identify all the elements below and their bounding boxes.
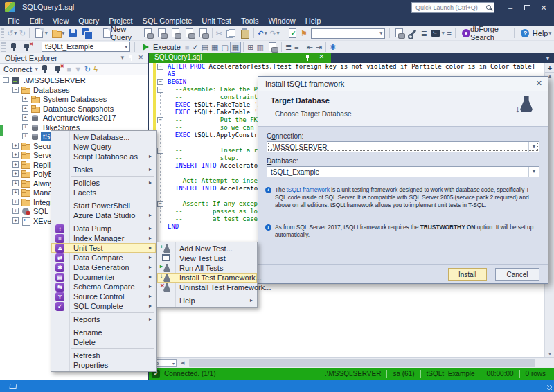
context-menu-item-sql-complete[interactable]: ✓SQL Complete▸ [51,301,156,311]
results-to-text-icon[interactable]: ▢ [220,42,229,53]
results-to-grid-icon[interactable]: ▦ [230,42,241,53]
context-menu-item-azure-data-studio[interactable]: Azure Data Studio▸ [51,211,156,220]
tab-sqlquery1[interactable]: SQLQuery1.sql ✕ [149,53,331,63]
expand-icon[interactable]: + [12,143,19,149]
context-menu-item-data-compare[interactable]: ⇄Data Compare▸ [51,253,156,262]
dropdown-arrow-icon[interactable]: ▾ [45,30,48,36]
context-menu-item-data-pump[interactable]: ↕Data Pump▸ [51,224,156,233]
cancel-button[interactable]: Cancel [495,268,539,281]
close-tab-icon[interactable]: ✕ [319,53,324,60]
execute-button[interactable]: Execute [137,41,184,53]
console-icon[interactable]: ▾ [429,28,446,39]
menu-view[interactable]: View [48,15,74,26]
unit-test-submenu-item-run-all-tests[interactable]: ▸Run All Tests [157,263,257,273]
new-analysis-query-icon[interactable] [168,28,182,39]
menu-query[interactable]: Query [73,15,104,26]
context-menu-item-new-database[interactable]: New Database... [51,132,156,142]
toolbar-grip[interactable] [1,42,6,52]
save-query-to-db-icon[interactable] [392,28,406,39]
expand-icon[interactable]: + [22,96,28,102]
split-editor-icon[interactable]: + [545,63,554,73]
pin-icon[interactable] [128,55,134,62]
new-query-button[interactable]: New Query [98,28,141,39]
new-sqlcmd-query-icon[interactable] [154,28,168,39]
find-combo[interactable]: ▾ [311,28,385,39]
copy-icon[interactable] [224,28,238,39]
minimize-button[interactable]: – [503,0,518,15]
dialog-close-icon[interactable]: ✕ [536,79,542,88]
editor-horizontal-scrollbar[interactable]: %▾ ◀ [149,357,554,368]
toolbar-overflow-icon-2[interactable]: = [337,42,344,53]
context-menu-item-facets[interactable]: Facets [51,188,156,197]
combo-dropdown-icon[interactable]: ▾ [377,30,384,36]
expand-icon[interactable]: + [22,133,28,139]
change-connection-icon[interactable]: ✕ [21,42,35,53]
quick-launch-input[interactable]: Quick Launch (Ctrl+Q) [411,2,494,13]
context-menu-item-reports[interactable]: Reports▸ [51,314,156,324]
fold-toggle-icon[interactable]: − [157,148,163,154]
context-menu-item-refresh[interactable]: Refresh [51,350,156,360]
menu-window[interactable]: Window [264,15,301,26]
decrease-indent-icon[interactable]: ⇤ [305,42,314,53]
fold-toggle-icon[interactable]: − [157,117,163,123]
context-menu-item-documenter[interactable]: ▤Documenter▸ [51,272,156,282]
expand-icon[interactable]: + [22,105,28,112]
context-menu-item-delete[interactable]: Delete [51,337,156,347]
context-menu-item-rename[interactable]: Rename [51,328,156,337]
wrench-icon[interactable] [406,28,420,39]
expand-icon[interactable]: + [12,152,19,158]
database-dropdown-icon[interactable]: ▼ [528,167,539,177]
unit-test-submenu-item-view-test-list[interactable]: View Test List [157,253,257,263]
scroll-down-icon[interactable]: ▼ [545,351,554,356]
menu-edit[interactable]: Edit [25,15,48,26]
paste-icon[interactable] [238,28,251,39]
oe-stop-icon[interactable]: ✕ [52,64,66,75]
connection-combo[interactable]: .\MSSQLSERVER ▼ [267,141,539,152]
save-all-icon[interactable] [80,28,93,39]
context-menu-item-new-query[interactable]: New Query [51,142,156,152]
context-menu-item-properties[interactable]: Properties [51,360,156,370]
tree-item-adventureworks2017[interactable]: +AdventureWorks2017 [0,113,148,123]
tree-item-mssqlserver[interactable]: −.\MSSQLSERVER [0,75,148,85]
resize-grip[interactable] [546,384,552,390]
cancel-query-icon[interactable]: ■ [184,42,191,53]
connect-button[interactable]: Connect [3,65,32,73]
intellisense-enabled-icon[interactable]: ▦ [210,42,220,53]
expand-icon[interactable]: + [22,124,28,130]
maximize-button[interactable] [519,0,535,15]
expand-icon[interactable]: + [12,180,19,186]
context-menu-item-policies[interactable]: Policies▸ [51,178,156,188]
context-menu-item-data-generation[interactable]: ✱Data Generation▸ [51,262,156,272]
script-changes-icon[interactable] [285,28,299,39]
context-menu-item-schema-compare[interactable]: ⇆Schema Compare▸ [51,282,156,292]
dropdown-arrow-icon[interactable]: ▾ [62,30,65,36]
unit-test-submenu-item-uninstall-test-framework[interactable]: ✕Uninstall Test Framework... [157,283,257,292]
dropdown-arrow-icon[interactable]: ▾ [548,30,551,36]
fold-toggle-icon[interactable]: − [157,87,163,93]
scroll-left-icon[interactable]: ◀ [181,360,184,366]
connection-dropdown-icon[interactable]: ▼ [528,142,539,152]
undo-icon[interactable]: ↶▾ [256,28,269,39]
fold-toggle-icon[interactable]: − [157,64,163,70]
specify-values-icon[interactable]: ⊞ [246,42,255,53]
expand-icon[interactable]: + [22,114,28,121]
nav-backward-icon[interactable]: ↺▾ [6,28,18,39]
parse-query-icon[interactable]: ✓ [190,42,199,53]
connect-icon[interactable] [7,42,21,53]
expand-icon[interactable]: + [12,217,19,224]
redo-icon[interactable]: ↷▾ [268,28,280,39]
oe-refresh-icon[interactable]: ↻ [83,64,92,75]
toolbar-grip[interactable] [1,28,4,38]
menu-unit-test[interactable]: Unit Test [197,15,236,26]
fold-toggle-icon[interactable]: − [157,201,163,207]
query-options-icon[interactable]: ▤ [200,42,210,53]
oe-filter-icon[interactable]: ▼ [73,64,83,75]
close-panel-icon[interactable]: ✕ [138,54,143,61]
comment-selection-icon[interactable]: ≣ [284,42,293,53]
help-button[interactable]: Help▾ [517,28,554,39]
unit-test-submenu-item-install-test-framework[interactable]: ↓Install Test Framework... [157,273,257,283]
bookmark-icon[interactable]: ⚑ [299,28,309,39]
edit-rows-icon[interactable]: ▥ [255,42,265,53]
dropdown-arrow-icon[interactable]: ▾ [277,30,280,36]
open-file-icon[interactable]: ▾ [49,28,66,39]
